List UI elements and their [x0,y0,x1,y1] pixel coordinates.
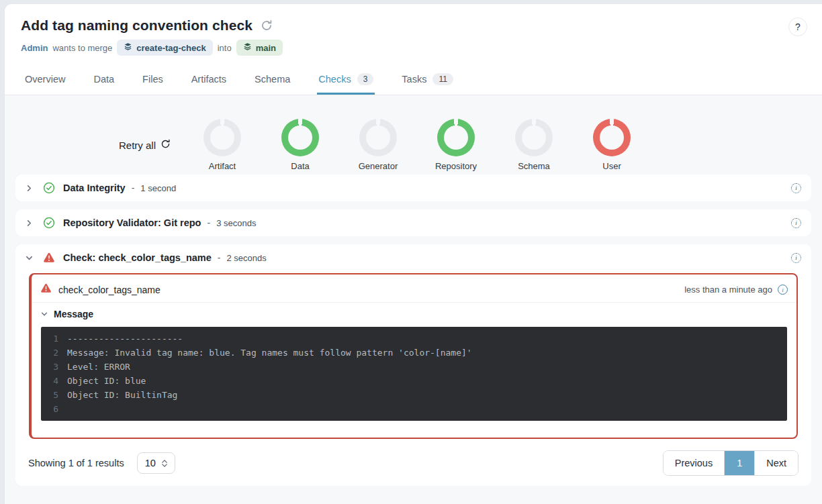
donut-data: Data [261,119,339,171]
code-line: 1---------------------- [41,332,787,346]
tasks-count-badge: 11 [432,73,453,85]
target-branch-label: main [256,43,276,53]
donut-ring-generator[interactable] [359,119,397,156]
donut-user: User [573,119,651,171]
warning-triangle-icon [40,283,52,296]
tab-label: Data [93,74,114,85]
failed-check-name: check_color_tags_name [58,285,161,295]
tab-artifacts[interactable]: Artifacts [191,64,226,95]
check-name: Repository Validator: Git repo [63,217,201,228]
code-line: 4Object ID: blue [41,374,787,388]
check-duration: 3 seconds [216,218,256,228]
code-line: 2Message: Invalid tag name: blue. Tag na… [41,346,787,360]
donut-ring-repository[interactable] [437,119,475,156]
refresh-icon[interactable] [261,19,273,32]
code-line: 5Object ID: BuiltinTag [41,388,787,402]
tab-label: Files [142,74,163,85]
check-passed-icon [43,182,55,194]
check-row-data-integrity[interactable]: Data Integrity - 1 second i [15,174,811,201]
page-title: Add tag naming convention check [21,17,253,34]
tab-label: Schema [255,74,290,85]
info-icon[interactable]: i [791,253,801,263]
panel-header: check_color_tags_name less than a minute… [32,274,796,302]
donut-ring-data[interactable] [281,119,319,156]
help-button[interactable]: ? [788,17,807,36]
page-1-button[interactable]: 1 [725,451,754,475]
chevron-down-icon[interactable] [26,254,33,262]
chevron-right-icon[interactable] [26,219,33,227]
donut-generator: Generator [339,119,417,171]
page-size-value: 10 [145,458,156,468]
tab-overview[interactable]: Overview [25,64,65,95]
next-button[interactable]: Next [754,451,798,475]
donut-ring-schema[interactable] [515,119,553,156]
code-block: 1----------------------2Message: Invalid… [41,327,787,421]
separator: - [207,217,210,228]
tab-checks[interactable]: Checks 3 [318,64,373,95]
app-window: Add tag naming convention check ? Admin … [4,3,822,504]
tab-tasks[interactable]: Tasks 11 [402,64,453,95]
retry-all-button[interactable]: Retry all [119,139,183,151]
donut-artifact: Artifact [183,119,261,171]
tab-schema[interactable]: Schema [255,64,290,95]
pagination: Previous 1 Next [663,450,798,476]
donut-label: User [602,161,621,171]
layers-icon [124,42,132,53]
retry-all-label: Retry all [119,140,156,151]
message-label: Message [54,309,93,319]
check-card-color-tags: Check: check_color_tags_name - 2 seconds… [15,244,811,486]
stepper-icon [162,460,167,467]
check-row-repository-validator[interactable]: Repository Validator: Git repo - 3 secon… [15,209,811,236]
merge-text: wants to merge [52,43,112,53]
check-result-panel: check_color_tags_name less than a minute… [29,273,798,439]
tab-label: Checks [318,74,351,85]
info-icon[interactable]: i [791,183,801,193]
previous-button[interactable]: Previous [664,451,725,475]
separator: - [132,183,135,193]
check-row-color-tags-name[interactable]: Check: check_color_tags_name - 2 seconds… [15,244,811,271]
info-icon[interactable]: i [791,218,801,228]
page-header: Add tag naming convention check ? Admin … [5,4,822,64]
source-branch-label: create-tag-check [136,43,205,53]
timestamp: less than a minute ago [684,285,772,295]
target-branch-badge[interactable]: main [236,40,283,56]
code-line: 3Level: ERROR [41,360,787,374]
results-count-text: Showing 1 of 1 results [28,458,124,468]
check-name: Data Integrity [63,183,126,193]
tab-label: Overview [25,74,65,85]
checks-content: Retry all Artifact Data Generator [5,95,822,504]
check-duration: 2 seconds [227,253,267,263]
donut-label: Repository [435,161,477,171]
donut-label: Generator [359,161,398,171]
layers-icon [243,42,252,53]
info-icon[interactable]: i [778,285,788,295]
chevron-right-icon[interactable] [26,185,33,192]
donut-ring-user[interactable] [593,119,631,156]
results-footer: Showing 1 of 1 results 10 Previous 1 Nex… [15,439,811,486]
tab-label: Tasks [402,74,426,85]
check-name: Check: check_color_tags_name [63,252,212,263]
donut-label: Data [291,161,309,171]
check-passed-icon [43,217,55,229]
checks-count-badge: 3 [357,73,374,85]
checks-summary: Retry all Artifact Data Generator [5,95,822,174]
warning-triangle-icon [43,252,55,263]
code-line: 6 [41,402,787,416]
tab-bar: Overview Data Files Artifacts Schema Che… [5,64,822,95]
page-size-select[interactable]: 10 [137,452,175,474]
donut-label: Artifact [209,161,236,171]
chevron-down-icon [41,311,48,317]
separator: - [218,252,221,263]
author-link[interactable]: Admin [21,43,48,53]
source-branch-badge[interactable]: create-tag-check [117,40,212,56]
donut-group: Artifact Data Generator Repository Schem… [183,119,651,171]
donut-ring-artifact[interactable] [203,119,241,156]
donut-repository: Repository [417,119,495,171]
tab-files[interactable]: Files [142,64,163,95]
merge-summary: Admin wants to merge create-tag-check in… [21,40,806,56]
retry-refresh-icon [161,139,171,151]
message-section-toggle[interactable]: Message [32,302,796,325]
check-duration: 1 second [140,183,176,193]
tab-label: Artifacts [191,74,226,85]
tab-data[interactable]: Data [93,64,114,95]
